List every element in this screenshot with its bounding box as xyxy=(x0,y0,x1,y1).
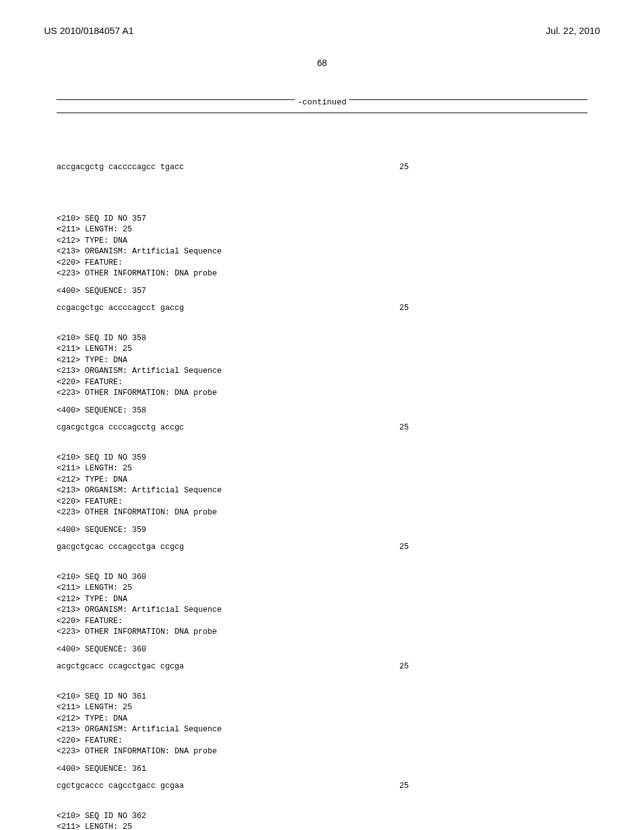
sequence-length: 25 xyxy=(399,781,409,792)
sequence-block: <210> SEQ ID NO 358<211> LENGTH: 25<212>… xyxy=(57,326,587,434)
publication-date: Jul. 22, 2010 xyxy=(546,25,600,36)
page-number: 68 xyxy=(44,58,600,68)
sequence-line: gacgctgcac cccagcctga ccgcg25 xyxy=(57,542,409,553)
meta-line: <211> LENGTH: 25 xyxy=(57,822,587,830)
meta-line: <212> TYPE: DNA xyxy=(57,475,587,486)
sequence-block: <210> SEQ ID NO 361<211> LENGTH: 25<212>… xyxy=(57,684,587,792)
spacer xyxy=(57,326,587,333)
meta-line: <212> TYPE: DNA xyxy=(57,355,587,367)
meta-line: <213> ORGANISM: Artificial Sequence xyxy=(57,366,587,377)
sequence-meta: <210> SEQ ID NO 361<211> LENGTH: 25<212>… xyxy=(57,692,587,758)
sequence-length: 25 xyxy=(399,162,409,174)
sequence-line: acgctgcacc ccagcctgac cgcga25 xyxy=(57,661,409,673)
meta-line: <220> FEATURE: xyxy=(57,616,587,628)
meta-line: <220> FEATURE: xyxy=(57,736,587,747)
sequence-line: cgctgcaccc cagcctgacc gcgaa25 xyxy=(57,781,409,792)
meta-line: <220> FEATURE: xyxy=(57,377,587,389)
meta-line: <210> SEQ ID NO 360 xyxy=(57,572,587,584)
sequence-length: 25 xyxy=(399,303,409,314)
meta-line: <210> SEQ ID NO 362 xyxy=(57,811,587,822)
spacer xyxy=(57,206,587,214)
meta-line: <213> ORGANISM: Artificial Sequence xyxy=(57,485,587,497)
meta-line: <212> TYPE: DNA xyxy=(57,714,587,725)
sequence-length: 25 xyxy=(399,661,409,673)
meta-line: <220> FEATURE: xyxy=(57,258,587,269)
meta-line: <211> LENGTH: 25 xyxy=(57,224,587,236)
meta-line: <223> OTHER INFORMATION: DNA probe xyxy=(57,268,587,280)
meta-line: <210> SEQ ID NO 358 xyxy=(57,333,587,345)
page-header: US 2010/0184057 A1 Jul. 22, 2010 xyxy=(44,25,600,36)
meta-line: <213> ORGANISM: Artificial Sequence xyxy=(57,605,587,616)
meta-line: <220> FEATURE: xyxy=(57,497,587,508)
sequence-text: ccgacgctgc accccagcct gaccg xyxy=(57,303,184,314)
meta-line: <211> LENGTH: 25 xyxy=(57,344,587,355)
meta-line: <211> LENGTH: 25 xyxy=(57,463,587,475)
meta-line: <223> OTHER INFORMATION: DNA probe xyxy=(57,746,587,758)
meta-line: <212> TYPE: DNA xyxy=(57,236,587,247)
sequence-line: ccgacgctgc accccagcct gaccg25 xyxy=(57,303,409,314)
sequence-label: <400> SEQUENCE: 358 xyxy=(57,406,587,417)
meta-line: <213> ORGANISM: Artificial Sequence xyxy=(57,724,587,736)
spacer xyxy=(57,804,587,811)
spacer xyxy=(57,684,587,692)
continued-divider: -continued xyxy=(57,99,587,113)
spacer xyxy=(57,445,587,453)
sequence-block: <210> SEQ ID NO 357<211> LENGTH: 25<212>… xyxy=(57,206,587,314)
sequence-text: accgacgctg caccccagcc tgacc xyxy=(57,162,184,174)
sequence-meta: <210> SEQ ID NO 362<211> LENGTH: 25<212>… xyxy=(57,811,587,831)
spacer xyxy=(57,565,587,572)
sequence-line: accgacgctg caccccagcc tgacc 25 xyxy=(57,162,409,174)
sequence-label: <400> SEQUENCE: 360 xyxy=(57,645,587,656)
meta-line: <223> OTHER INFORMATION: DNA probe xyxy=(57,388,587,399)
sequence-block: <210> SEQ ID NO 362<211> LENGTH: 25<212>… xyxy=(57,804,587,831)
sequence-meta: <210> SEQ ID NO 357<211> LENGTH: 25<212>… xyxy=(57,214,587,280)
meta-line: <223> OTHER INFORMATION: DNA probe xyxy=(57,507,587,519)
sequence-length: 25 xyxy=(399,542,409,553)
sequence-label: <400> SEQUENCE: 361 xyxy=(57,764,587,775)
sequence-text: gacgctgcac cccagcctga ccgcg xyxy=(57,542,184,553)
sequence-label: <400> SEQUENCE: 359 xyxy=(57,525,587,536)
sequence-meta: <210> SEQ ID NO 358<211> LENGTH: 25<212>… xyxy=(57,333,587,399)
meta-line: <210> SEQ ID NO 357 xyxy=(57,214,587,225)
sequence-text: cgacgctgca ccccagcctg accgc xyxy=(57,423,184,434)
sequence-line: cgacgctgca ccccagcctg accgc25 xyxy=(57,423,409,434)
meta-line: <211> LENGTH: 25 xyxy=(57,702,587,714)
publication-number: US 2010/0184057 A1 xyxy=(44,25,134,36)
sequence-block: <210> SEQ ID NO 359<211> LENGTH: 25<212>… xyxy=(57,445,587,553)
meta-line: <223> OTHER INFORMATION: DNA probe xyxy=(57,627,587,638)
sequence-length: 25 xyxy=(399,423,409,434)
meta-line: <210> SEQ ID NO 359 xyxy=(57,453,587,464)
meta-line: <212> TYPE: DNA xyxy=(57,594,587,606)
sequence-block: <210> SEQ ID NO 360<211> LENGTH: 25<212>… xyxy=(57,565,587,673)
meta-line: <213> ORGANISM: Artificial Sequence xyxy=(57,246,587,258)
sequence-meta: <210> SEQ ID NO 359<211> LENGTH: 25<212>… xyxy=(57,453,587,519)
sequence-meta: <210> SEQ ID NO 360<211> LENGTH: 25<212>… xyxy=(57,572,587,638)
sequence-listing: accgacgctg caccccagcc tgacc 25 <210> SEQ… xyxy=(57,129,587,830)
sequence-text: acgctgcacc ccagcctgac cgcga xyxy=(57,661,184,673)
sequence-label: <400> SEQUENCE: 357 xyxy=(57,286,587,297)
meta-line: <211> LENGTH: 25 xyxy=(57,583,587,594)
meta-line: <210> SEQ ID NO 361 xyxy=(57,692,587,703)
sequence-blocks: <210> SEQ ID NO 357<211> LENGTH: 25<212>… xyxy=(57,206,587,831)
sequence-text: cgctgcaccc cagcctgacc gcgaa xyxy=(57,781,184,792)
continued-label: -continued xyxy=(295,97,349,107)
